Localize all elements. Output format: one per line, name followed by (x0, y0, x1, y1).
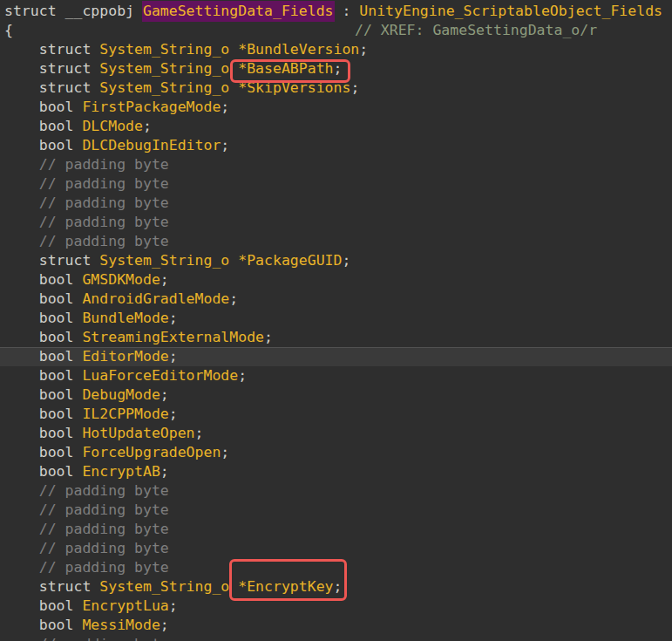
padding-comment: // padding byte (4, 214, 169, 230)
keyword-bool: bool (4, 310, 82, 326)
padding-comment-line[interactable]: // padding byte (0, 155, 672, 174)
field-name: FirstPackageMode (82, 99, 221, 115)
semicolon: ; (160, 617, 169, 633)
field-line-firstpackagemode[interactable]: bool FirstPackageMode; (0, 98, 672, 117)
field-name: MessiMode (82, 617, 160, 633)
open-brace-line[interactable]: {// XREF: GameSettingData_o/r (0, 21, 672, 40)
field-name: EncryptLua (82, 597, 168, 614)
semicolon: ; (350, 79, 359, 96)
semicolon: ; (359, 41, 368, 58)
padding-comment-line[interactable]: // padding byte (0, 213, 672, 232)
field-name: StreamingExternalMode (82, 329, 264, 345)
field-line-baseabpath[interactable]: struct System_String_o *BaseABPath; (0, 59, 672, 78)
base-struct-name: UnityEngine_ScriptableObject_Fields (359, 3, 662, 19)
padding-comment: // padding byte (4, 194, 169, 211)
field-line-bundleversion[interactable]: struct System_String_o *BundleVersion; (0, 40, 672, 59)
field-line-encryptkey[interactable]: struct System_String_o *EncryptKey; (0, 577, 672, 597)
field-line-skipversions[interactable]: struct System_String_o *SkipVersions; (0, 78, 672, 98)
padding-comment-line[interactable]: // padding byte (0, 539, 672, 558)
field-name: DebugMode (82, 386, 160, 403)
keyword-struct: struct (4, 60, 99, 77)
field-line-gmsdkmode[interactable]: bool GMSDKMode; (0, 270, 672, 290)
padding-comment-line-partial[interactable]: // padding byte (0, 635, 672, 641)
keyword-bool: bool (4, 271, 82, 288)
padding-comment-line[interactable]: // padding byte (0, 174, 672, 194)
semicolon: ; (143, 118, 152, 134)
field-name: ForceUpgradeOpen (82, 444, 221, 460)
field-line-packageguid[interactable]: struct System_String_o *PackageGUID; (0, 251, 672, 270)
field-line-luaforceeditormode[interactable]: bool LuaForceEditorMode; (0, 366, 672, 385)
field-name: AndroidGradleMode (82, 290, 229, 307)
field-line-debugmode[interactable]: bool DebugMode; (0, 385, 672, 405)
keyword-bool: bool (4, 617, 82, 633)
field-line-encryptab[interactable]: bool EncryptAB; (0, 462, 672, 481)
padding-comment-line[interactable]: // padding byte (0, 232, 672, 251)
field-type-and-name: System_String_o *BaseABPath (99, 60, 333, 77)
semicolon: ; (221, 444, 229, 460)
keyword-bool: bool (4, 290, 82, 307)
xref-comment: // XREF: GameSettingData_o/r (355, 21, 597, 40)
field-line-dlcmode[interactable]: bool DLCMode; (0, 117, 672, 136)
keyword-struct: struct (4, 252, 99, 269)
keyword-struct: struct (4, 41, 99, 58)
padding-comment: // padding byte (4, 175, 169, 192)
padding-comment: // padding byte (4, 233, 169, 249)
keyword-bool: bool (4, 118, 82, 134)
field-name: HotUpdateOpen (82, 425, 194, 441)
field-line-dlcdebugineditor[interactable]: bool DLCDebugInEditor; (0, 136, 672, 155)
padding-comment: // padding byte (4, 636, 169, 641)
semicolon: ; (229, 290, 238, 307)
field-line-hotupdateopen[interactable]: bool HotUpdateOpen; (0, 424, 672, 443)
padding-comment: // padding byte (4, 521, 169, 537)
semicolon: ; (342, 252, 350, 269)
field-name: GMSDKMode (82, 271, 160, 288)
semicolon: ; (238, 367, 247, 384)
field-line-streamingexternalmode[interactable]: bool StreamingExternalMode; (0, 328, 672, 347)
field-line-encryptlua[interactable]: bool EncryptLua; (0, 597, 672, 616)
field-line-messimode[interactable]: bool MessiMode; (0, 616, 672, 635)
semicolon: ; (169, 310, 178, 326)
keyword-bool: bool (4, 444, 82, 460)
semicolon: ; (221, 99, 229, 115)
padding-comment-line[interactable]: // padding byte (0, 520, 672, 539)
semicolon: ; (169, 597, 178, 614)
field-line-editormode[interactable]: bool EditorMode; (0, 347, 672, 366)
field-line-androidgradlemode[interactable]: bool AndroidGradleMode; (0, 290, 672, 309)
code-listing[interactable]: struct __cppobj GameSettingData_Fields :… (0, 2, 672, 641)
padding-comment-line[interactable]: // padding byte (0, 501, 672, 520)
keyword-struct-cppobj: struct __cppobj (4, 3, 143, 19)
struct-view[interactable]: struct __cppobj GameSettingData_Fields :… (0, 0, 672, 641)
semicolon: ; (160, 386, 169, 403)
padding-comment: // padding byte (4, 156, 169, 173)
semicolon: ; (264, 329, 273, 345)
field-line-bundlemode[interactable]: bool BundleMode; (0, 309, 672, 328)
field-name: EditorMode (82, 348, 168, 365)
field-line-forceupgradeopen[interactable]: bool ForceUpgradeOpen; (0, 443, 672, 462)
keyword-bool: bool (4, 597, 82, 614)
keyword-bool: bool (4, 386, 82, 403)
semicolon: ; (160, 463, 169, 480)
field-name: IL2CPPMode (82, 406, 168, 422)
inheritance-colon: : (334, 3, 360, 19)
padding-comment-line[interactable]: // padding byte (0, 194, 672, 213)
padding-comment-line[interactable]: // padding byte (0, 481, 672, 501)
field-name: BundleMode (82, 310, 168, 326)
keyword-bool: bool (4, 329, 82, 345)
keyword-bool: bool (4, 348, 82, 365)
semicolon: ; (221, 137, 229, 153)
field-name: EncryptAB (82, 463, 160, 480)
field-name: DLCDebugInEditor (82, 137, 221, 153)
padding-comment: // padding byte (4, 501, 169, 518)
field-type-and-name: System_String_o *BundleVersion (99, 41, 359, 58)
keyword-bool: bool (4, 367, 82, 384)
padding-comment-line[interactable]: // padding byte (0, 558, 672, 577)
padding-comment: // padding byte (4, 482, 169, 499)
keyword-bool: bool (4, 99, 82, 115)
field-line-il2cppmode[interactable]: bool IL2CPPMode; (0, 405, 672, 424)
padding-comment: // padding byte (4, 559, 169, 576)
keyword-struct: struct (4, 578, 99, 595)
field-type-and-name: System_String_o *SkipVersions (99, 79, 350, 96)
keyword-bool: bool (4, 406, 82, 422)
open-brace: { (4, 22, 13, 38)
struct-declaration-line[interactable]: struct __cppobj GameSettingData_Fields :… (0, 2, 672, 21)
